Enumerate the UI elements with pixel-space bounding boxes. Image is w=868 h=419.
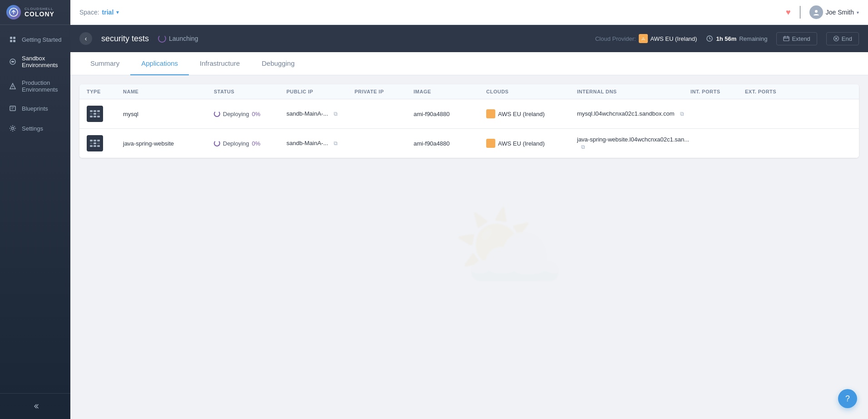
user-name: Joe Smith	[826, 9, 854, 16]
tab-infrastructure[interactable]: Infrastructure	[189, 52, 251, 75]
svg-rect-3	[10, 40, 12, 42]
row1-cloud-name: AWS EU (Ireland)	[498, 111, 545, 117]
applications-table: TYPE NAME STATUS PUBLIC IP PRIVATE IP IM…	[79, 84, 859, 158]
svg-point-11	[815, 10, 818, 13]
row1-status-text: Deploying	[223, 111, 249, 117]
row2-image: ami-f90a4880	[414, 140, 486, 147]
sandbox-title: security tests	[101, 34, 149, 44]
aws-icon	[639, 34, 648, 43]
app-type-icon-2	[87, 135, 103, 151]
row2-copy-dns-icon[interactable]: ⧉	[579, 143, 587, 151]
sidebar-collapse-button[interactable]	[0, 398, 70, 414]
sidebar-item-production-environments[interactable]: Production Environments	[0, 74, 70, 98]
tab-summary[interactable]: Summary	[79, 52, 130, 75]
sidebar-nav: Getting Started Sandbox Environments Pro…	[0, 25, 70, 393]
timer-value: 1h 56m	[716, 35, 736, 42]
row1-type	[87, 106, 123, 122]
blueprints-icon	[8, 104, 17, 113]
col-int-ports: INT. PORTS	[690, 89, 745, 94]
sidebar-label-blueprints: Blueprints	[22, 105, 48, 112]
sidebar-item-settings[interactable]: Settings	[0, 118, 70, 138]
row2-type	[87, 135, 123, 151]
space-value[interactable]: trial	[102, 9, 114, 16]
row1-name: mysql	[123, 111, 214, 117]
space-dropdown-icon[interactable]: ▾	[116, 9, 119, 15]
svg-point-6	[12, 88, 13, 88]
col-name: NAME	[123, 89, 214, 94]
extend-label: Extend	[792, 35, 810, 42]
row2-internal-dns: java-spring-website.l04wchcnxa02c1.san..…	[577, 136, 690, 151]
svg-rect-12	[640, 35, 646, 42]
sidebar-label-production: Production Environments	[22, 79, 62, 93]
sandbox-icon	[8, 57, 17, 66]
row1-image: ami-f90a4880	[414, 111, 486, 117]
svg-rect-14	[784, 37, 789, 41]
timer-info: 1h 56m Remaining	[706, 35, 767, 42]
topbar-right: ♥ Joe Smith ▾	[786, 5, 859, 19]
row2-cloud-name: AWS EU (Ireland)	[498, 140, 545, 147]
divider	[800, 6, 800, 19]
sidebar-label-sandbox: Sandbox Environments	[22, 55, 62, 68]
heart-icon[interactable]: ♥	[786, 8, 791, 17]
row2-percent: 0%	[252, 140, 261, 147]
tab-debugging[interactable]: Debugging	[251, 52, 306, 75]
settings-icon	[8, 124, 17, 133]
row1-copy-ip-icon[interactable]: ⧉	[331, 110, 340, 118]
row1-status: Deploying 0%	[214, 111, 286, 117]
sidebar-item-getting-started[interactable]: Getting Started	[0, 29, 70, 49]
col-ext-ports: EXT. PORTS	[745, 89, 799, 94]
row2-cloud: AWS EU (Ireland)	[486, 139, 577, 148]
row1-copy-dns-icon[interactable]: ⧉	[678, 110, 686, 118]
row1-percent: 0%	[252, 111, 261, 117]
table-row: mysql Deploying 0% sandb-MainA-... ⧉ ami…	[79, 99, 859, 129]
cloud-provider-name: AWS EU (Ireland)	[651, 35, 697, 42]
table-header: TYPE NAME STATUS PUBLIC IP PRIVATE IP IM…	[79, 84, 859, 99]
table-row: java-spring-website Deploying 0% sandb-M…	[79, 129, 859, 158]
col-private-ip: PRIVATE IP	[355, 89, 414, 94]
content-area: ⛅ TYPE NAME STATUS PUBLIC IP PRIVATE IP …	[70, 75, 868, 419]
back-button[interactable]: ‹	[79, 32, 92, 45]
loading-spinner	[158, 34, 166, 43]
help-button[interactable]: ?	[838, 389, 857, 408]
sidebar-item-sandbox-environments[interactable]: Sandbox Environments	[0, 49, 70, 74]
row2-public-ip: sandb-MainA-... ⧉	[286, 139, 355, 147]
cloud-provider-label: Cloud Provider:	[595, 35, 636, 42]
status-text: Launching	[169, 35, 198, 42]
tab-applications[interactable]: Applications	[130, 52, 189, 75]
cloud-provider-info: Cloud Provider: AWS EU (Ireland)	[595, 34, 697, 43]
col-type: TYPE	[87, 89, 123, 94]
col-internal-dns: INTERNAL DNS	[577, 89, 690, 94]
col-status: STATUS	[214, 89, 286, 94]
user-dropdown-icon[interactable]: ▾	[857, 10, 859, 15]
sidebar-label-settings: Settings	[22, 125, 43, 132]
row1-cloud: AWS EU (Ireland)	[486, 109, 577, 118]
user-info[interactable]: Joe Smith ▾	[809, 5, 859, 19]
svg-rect-1	[10, 37, 12, 39]
svg-rect-2	[13, 37, 15, 39]
end-button[interactable]: End	[826, 32, 859, 45]
row2-status-text: Deploying	[223, 140, 249, 147]
col-public-ip: PUBLIC IP	[286, 89, 355, 94]
logo-text: CLOUDSHELL COLONY	[25, 7, 54, 17]
row2-aws-icon	[486, 139, 495, 148]
svg-rect-16	[488, 111, 493, 117]
row2-name: java-spring-website	[123, 140, 214, 147]
extend-button[interactable]: Extend	[776, 32, 817, 45]
row2-copy-ip-icon[interactable]: ⧉	[331, 139, 340, 147]
tabs-bar: Summary Applications Infrastructure Debu…	[70, 52, 868, 75]
row2-status: Deploying 0%	[214, 140, 286, 147]
topbar: Space: trial ▾ ♥ Joe Smith ▾	[70, 0, 868, 25]
avatar	[809, 5, 823, 19]
sidebar-item-blueprints[interactable]: Blueprints	[0, 98, 70, 118]
timer-label: Remaining	[739, 35, 767, 42]
production-icon	[8, 82, 17, 91]
status-badge: Launching	[158, 34, 198, 43]
col-clouds: CLOUDS	[486, 89, 577, 94]
logo[interactable]: CLOUDSHELL COLONY	[0, 0, 70, 25]
sidebar-label-getting-started: Getting Started	[22, 36, 61, 43]
logo-icon	[6, 5, 21, 19]
end-label: End	[842, 35, 852, 42]
row1-spinner	[214, 111, 220, 117]
row1-public-ip: sandb-MainA-... ⧉	[286, 110, 355, 118]
row1-internal-dns: mysql.l04wchcnxa02c1.sandbox.com ⧉	[577, 110, 690, 118]
